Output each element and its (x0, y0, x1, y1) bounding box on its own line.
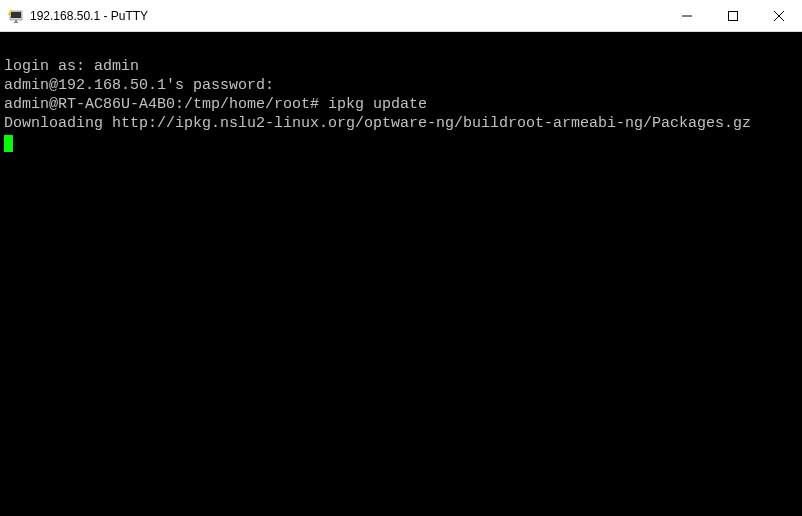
shell-command: ipkg update (328, 96, 427, 113)
terminal-line: admin@RT-AC86U-A4B0:/tmp/home/root# ipkg… (4, 96, 427, 113)
putty-icon (8, 8, 24, 24)
login-input-value: admin (94, 58, 139, 75)
minimize-button[interactable] (664, 0, 710, 31)
terminal-area[interactable]: login as: admin admin@192.168.50.1's pas… (0, 32, 802, 158)
svg-rect-6 (729, 11, 738, 20)
login-prompt: login as: (4, 58, 94, 75)
close-button[interactable] (756, 0, 802, 31)
svg-rect-1 (11, 12, 21, 18)
window-controls (664, 0, 802, 31)
terminal-cursor (4, 135, 13, 152)
window-title: 192.168.50.1 - PuTTY (30, 9, 664, 23)
maximize-button[interactable] (710, 0, 756, 31)
terminal-line: Downloading http://ipkg.nslu2-linux.org/… (4, 115, 751, 132)
terminal-line: admin@192.168.50.1's password: (4, 77, 274, 94)
terminal-line: login as: admin (4, 58, 139, 75)
svg-rect-2 (14, 22, 18, 23)
shell-prompt: admin@RT-AC86U-A4B0:/tmp/home/root# (4, 96, 328, 113)
window-titlebar: 192.168.50.1 - PuTTY (0, 0, 802, 32)
svg-rect-3 (15, 20, 17, 22)
